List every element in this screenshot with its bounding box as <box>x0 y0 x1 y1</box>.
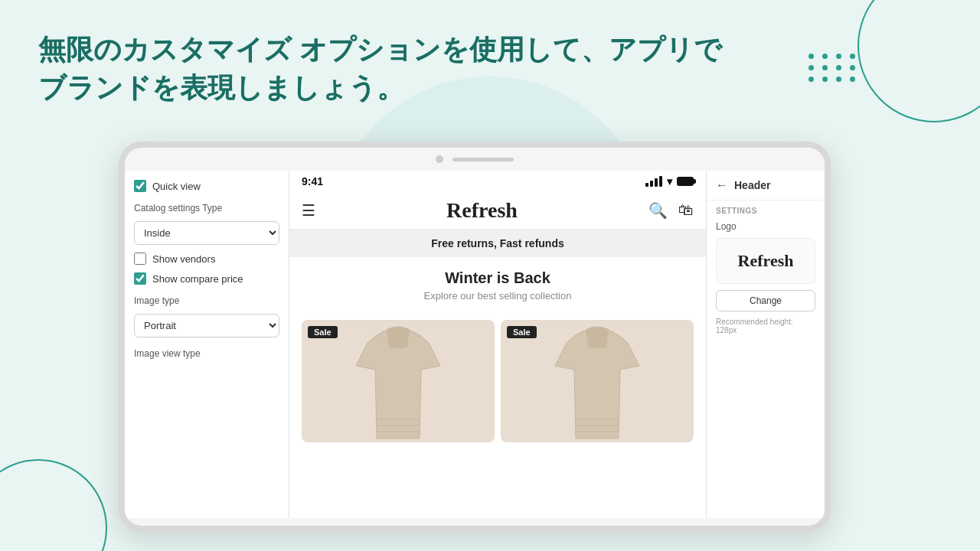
nav-icons: 🔍 🛍 <box>648 201 694 220</box>
signal-bar-2 <box>650 181 653 187</box>
decorative-circle-top-right <box>858 0 980 122</box>
image-type-label: Image type <box>134 295 279 306</box>
catalog-settings-label: Catalog settings Type <box>134 203 279 214</box>
recommended-height-text: Recommended height: 128px <box>707 318 825 341</box>
header-settings-panel: ← Header SETTINGS Logo Refresh Change Re… <box>706 171 825 518</box>
product-image-1 <box>302 320 495 442</box>
wifi-icon: ▾ <box>667 175 672 187</box>
hero-line1: 無限のカスタマイズ オプションを使用して、アプリで <box>38 31 722 69</box>
product-card-2[interactable]: Sale <box>501 320 694 442</box>
promo-banner: Free returns, Fast refunds <box>289 230 706 257</box>
logo-preview-text: Refresh <box>738 251 794 270</box>
image-view-type-label: Image view type <box>134 348 279 359</box>
tablet-top-bar <box>125 148 825 171</box>
dots-decoration <box>808 54 858 82</box>
app-hero-title: Winter is Back <box>302 269 694 287</box>
logo-preview: Refresh <box>716 238 815 284</box>
quick-view-label: Quick view <box>152 181 201 192</box>
show-compare-label: Show compare price <box>152 273 243 285</box>
show-compare-row[interactable]: Show compare price <box>134 272 279 285</box>
decorative-circle-bottom-left <box>0 459 107 551</box>
show-vendors-checkbox[interactable] <box>134 253 146 265</box>
signal-bars <box>645 176 662 187</box>
tablet-frame: Quick view Catalog settings Type Inside … <box>119 142 831 532</box>
status-time: 9:41 <box>302 175 323 187</box>
catalog-type-select[interactable]: Inside Outside Overlay <box>134 221 279 245</box>
promo-text: Free returns, Fast refunds <box>431 237 564 249</box>
app-navbar: ☰ Refresh 🔍 🛍 <box>289 192 706 230</box>
app-hero-subtitle: Explore our best selling collection <box>302 290 694 302</box>
show-compare-checkbox[interactable] <box>134 272 146 285</box>
product-image-2 <box>501 320 694 442</box>
show-vendors-row[interactable]: Show vendors <box>134 253 279 265</box>
main-app-view: 9:41 ▾ ☰ Refresh 🔍 <box>289 171 706 518</box>
search-icon[interactable]: 🔍 <box>648 201 668 220</box>
status-icons: ▾ <box>645 175 694 187</box>
signal-bar-3 <box>655 178 658 187</box>
hero-text: 無限のカスタマイズ オプションを使用して、アプリで ブランドを表現しましょう。 <box>38 31 722 108</box>
header-panel-titlebar: ← Header <box>707 171 825 201</box>
sale-badge-1: Sale <box>308 326 338 338</box>
hamburger-icon[interactable]: ☰ <box>302 201 315 220</box>
sale-badge-2: Sale <box>507 326 537 338</box>
signal-bar-4 <box>659 176 662 187</box>
header-panel-title: Header <box>734 179 770 191</box>
settings-panel: Quick view Catalog settings Type Inside … <box>125 171 289 518</box>
image-type-select[interactable]: Portrait Square Landscape <box>134 314 279 337</box>
quick-view-checkbox[interactable] <box>134 180 146 192</box>
app-screen: Quick view Catalog settings Type Inside … <box>125 171 825 518</box>
tablet-home-bar <box>452 158 514 161</box>
change-logo-button[interactable]: Change <box>716 290 815 311</box>
products-grid: Sale Sale <box>289 314 706 448</box>
battery-icon <box>677 177 694 186</box>
cart-icon[interactable]: 🛍 <box>678 201 694 220</box>
app-logo: Refresh <box>446 198 518 223</box>
back-arrow-icon[interactable]: ← <box>716 178 728 192</box>
status-bar: 9:41 ▾ <box>289 171 706 192</box>
logo-field-label: Logo <box>707 218 825 238</box>
settings-section-label: SETTINGS <box>707 201 825 218</box>
signal-bar-1 <box>645 183 648 187</box>
show-vendors-label: Show vendors <box>152 253 215 265</box>
quick-view-row[interactable]: Quick view <box>134 180 279 192</box>
product-card-1[interactable]: Sale <box>302 320 495 442</box>
app-hero-section: Winter is Back Explore our best selling … <box>289 257 706 314</box>
tablet-camera <box>436 155 443 163</box>
hero-line2: ブランドを表現しましょう。 <box>38 69 722 107</box>
